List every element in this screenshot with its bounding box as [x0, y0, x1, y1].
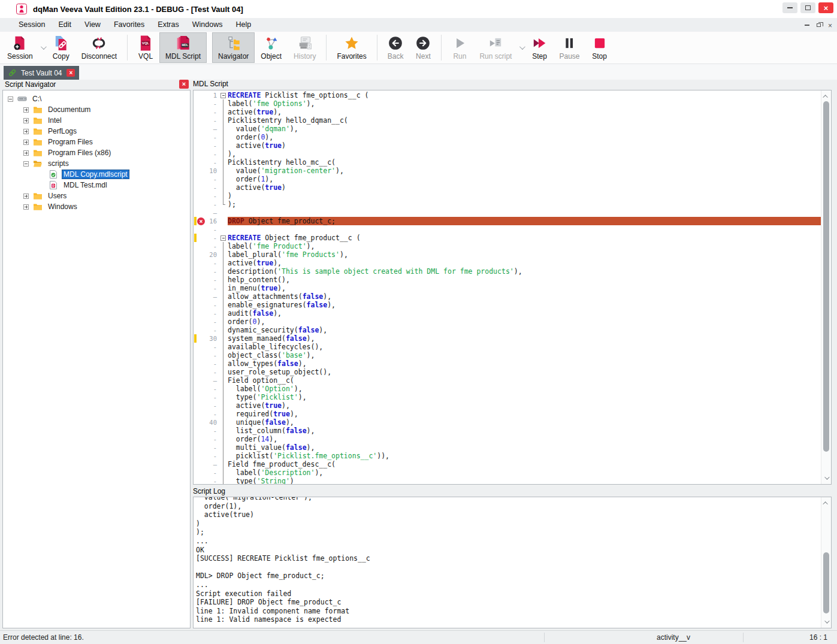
code-line[interactable]: - multi_value(false), — [194, 443, 821, 452]
code-line[interactable]: - order(14), — [194, 435, 821, 443]
code-line[interactable]: - type('String') — [194, 477, 821, 485]
code-line[interactable]: - label('Option'), — [194, 385, 821, 393]
code-line[interactable]: -order(0), — [194, 318, 821, 326]
tree-item-perflogs[interactable]: PerfLogs — [3, 126, 190, 137]
mdi-minimize-button[interactable] — [805, 25, 809, 26]
fold-collapse-icon[interactable] — [220, 234, 228, 242]
code-line[interactable]: 20label_plural('fme Products'), — [194, 250, 821, 259]
menu-edit[interactable]: Edit — [52, 18, 78, 32]
code-line[interactable]: - label('Description'), — [194, 468, 821, 477]
code-line[interactable]: - type('Picklist'), — [194, 393, 821, 401]
code-line[interactable]: - order(1), — [194, 175, 821, 183]
code-line[interactable]: –Field option__c( — [194, 376, 821, 385]
script-navigator-tree[interactable]: C:\DocumentumIntelPerfLogsProgram FilesP… — [2, 90, 191, 628]
tree-item-mdl-test-mdl[interactable]: DMDL Test.mdl — [3, 180, 190, 191]
code-line[interactable]: -active(true), — [194, 108, 821, 116]
fold-collapse-icon[interactable] — [220, 91, 228, 99]
window-maximize-button[interactable] — [800, 2, 815, 13]
code-line[interactable]: 1RECREATE Picklist fme_options__c ( — [194, 91, 821, 99]
code-line[interactable]: -label('fme Product'), — [194, 242, 821, 250]
toolbar-button-mdl-script[interactable]: MDLMDL Script — [159, 32, 207, 63]
toolbar-button-step[interactable]: Step — [525, 32, 553, 63]
toolbar-button-favorites[interactable]: Favorites — [331, 32, 372, 63]
tree-item-mdl-copy-mdlscript[interactable]: MDL Copy.mdlscript — [3, 169, 190, 180]
menu-windows[interactable]: Windows — [186, 18, 229, 32]
code-line[interactable]: 10 value('migration-center'), — [194, 167, 821, 175]
code-line[interactable]: -in_menu(true), — [194, 284, 821, 292]
toolbar-button-run-script[interactable]: Run script — [473, 32, 518, 63]
script-navigator-close-button[interactable]: × — [179, 80, 189, 89]
mdl-script-editor[interactable]: 1RECREATE Picklist fme_options__c (-labe… — [193, 90, 832, 485]
code-line[interactable]: -user_role_setup_object(), — [194, 368, 821, 376]
scroll-down-icon[interactable] — [821, 617, 831, 627]
tree-item-scripts[interactable]: scripts — [3, 158, 190, 169]
mdi-restore-button[interactable] — [817, 23, 821, 27]
toolbar-button-run[interactable]: Run — [446, 32, 473, 63]
code-line[interactable]: - required(true), — [194, 410, 821, 418]
chevron-down-icon[interactable] — [39, 32, 47, 63]
chevron-down-icon[interactable] — [518, 32, 525, 63]
code-line[interactable]: –allow_attachments(false), — [194, 292, 821, 301]
code-line[interactable]: -object_class('base'), — [194, 351, 821, 359]
editor-scrollbar-thumb[interactable] — [823, 101, 829, 452]
code-line[interactable]: -Picklistentry hello_mc__c( — [194, 158, 821, 167]
toolbar-button-navigator[interactable]: Navigator — [212, 32, 255, 63]
code-line[interactable]: - active(true) — [194, 141, 821, 150]
code-line[interactable]: -) — [194, 192, 821, 200]
code-line[interactable]: 40 unique(false), — [194, 418, 821, 427]
tree-item-program-files[interactable]: Program Files — [3, 137, 190, 147]
window-minimize-button[interactable] — [782, 2, 797, 13]
code-line[interactable]: -label('fme Options'), — [194, 99, 821, 108]
menu-favorites[interactable]: Favorites — [107, 18, 151, 32]
toolbar-button-vql[interactable]: VQLVQL — [132, 32, 159, 63]
toolbar-button-session[interactable]: Session — [1, 32, 39, 63]
scroll-up-icon[interactable] — [821, 498, 831, 508]
code-line[interactable]: -), — [194, 150, 821, 158]
code-line[interactable]: –Field fme_product_desc__c( — [194, 460, 821, 468]
code-line[interactable]: -help_content(), — [194, 276, 821, 284]
menu-view[interactable]: View — [78, 18, 107, 32]
code-line[interactable]: 30system_manaed(false), — [194, 334, 821, 343]
window-close-button[interactable]: × — [818, 2, 833, 13]
log-scrollbar[interactable] — [821, 497, 831, 628]
expand-icon[interactable] — [23, 150, 29, 156]
toolbar-button-back[interactable]: Back — [382, 32, 410, 63]
toolbar-button-object[interactable]: Object — [255, 32, 288, 63]
code-line-error[interactable]: ×16DROP Object fme_product_c; — [194, 217, 821, 225]
toolbar-button-next[interactable]: Next — [409, 32, 437, 63]
toolbar-button-history[interactable]: History — [288, 32, 322, 63]
code-line[interactable]: - order(0), — [194, 133, 821, 141]
toolbar-button-stop[interactable]: Stop — [586, 32, 614, 63]
expand-icon[interactable] — [23, 107, 29, 113]
toolbar-button-pause[interactable]: Pause — [553, 32, 585, 63]
code-line[interactable]: – — [194, 208, 821, 217]
toolbar-button-copy[interactable]: Copy — [47, 32, 75, 63]
editor-scrollbar[interactable] — [821, 90, 831, 484]
expand-icon[interactable] — [23, 140, 29, 145]
code-line[interactable]: -enable_esignatures(false), — [194, 301, 821, 309]
tree-item-program-files-x86[interactable]: Program Files (x86) — [3, 147, 190, 158]
scroll-down-icon[interactable] — [821, 473, 831, 483]
menu-session[interactable]: Session — [12, 18, 52, 32]
mdi-close-button[interactable]: × — [828, 20, 832, 31]
code-line[interactable]: - picklist('Picklist.fme_options__c')), — [194, 452, 821, 460]
collapse-icon[interactable] — [8, 96, 13, 102]
expand-icon[interactable] — [23, 193, 29, 199]
expand-icon[interactable] — [23, 118, 29, 123]
tree-item-users[interactable]: Users — [3, 191, 190, 201]
toolbar-button-disconnect[interactable]: Disconnect — [75, 32, 123, 63]
code-line[interactable]: -RECREATE Object fme_product__c ( — [194, 234, 821, 242]
expand-icon[interactable] — [23, 129, 29, 134]
code-line[interactable]: - list_column(false), — [194, 427, 821, 435]
tab-test-vault-04[interactable]: Test Vault 04 × — [4, 66, 79, 80]
code-line[interactable]: -active(true), — [194, 259, 821, 267]
code-line[interactable]: -available_lifecycles(), — [194, 343, 821, 351]
tab-close-button[interactable]: × — [67, 69, 75, 77]
code-line[interactable]: - — [194, 225, 821, 234]
code-line[interactable]: - active(true), — [194, 401, 821, 410]
scroll-up-icon[interactable] — [821, 92, 831, 101]
code-line[interactable]: -audit(false), — [194, 309, 821, 318]
menu-extras[interactable]: Extras — [151, 18, 185, 32]
tree-item-c[interactable]: C:\ — [3, 93, 190, 104]
tree-item-intel[interactable]: Intel — [3, 115, 190, 126]
